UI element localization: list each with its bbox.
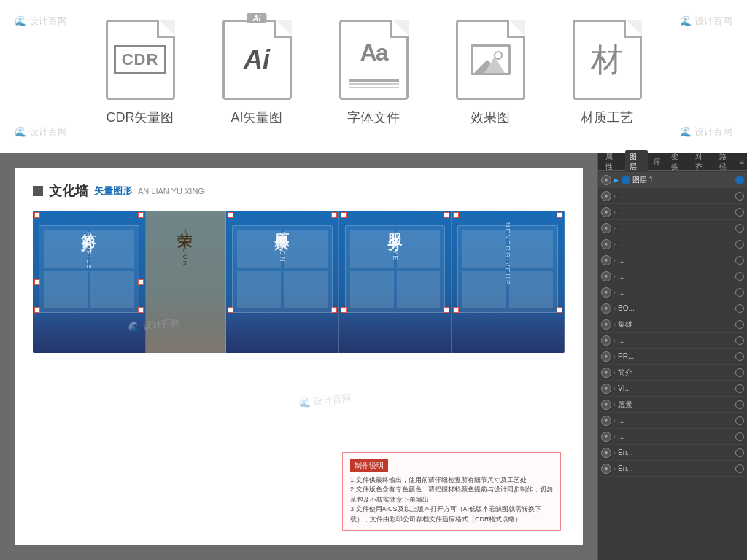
layer-item-11[interactable]: ● › PR...	[598, 349, 747, 365]
building-silhouette-4	[339, 316, 452, 353]
layer-name-13: VI...	[618, 384, 733, 392]
layer-arrow-7: ›	[614, 289, 616, 296]
layer-arrow-14: ›	[614, 401, 616, 408]
cdr-symbol: CDR	[114, 45, 167, 74]
font-line-1	[349, 83, 399, 85]
mountain-right	[484, 57, 505, 73]
panel-cn-2: 荣	[176, 222, 196, 225]
file-icon-ai: Ai Ai AI矢量图	[209, 20, 304, 126]
layer-item-15[interactable]: ● › ...	[598, 413, 747, 429]
material-label: 材质工艺	[581, 109, 633, 126]
panel-tabs: 属性 图层 库 变换 对齐 路径 ≡	[598, 153, 747, 171]
panel-cell-5d	[509, 271, 553, 308]
layer-item-10[interactable]: ● › ...	[598, 332, 747, 349]
ai-label: AI矢量图	[231, 109, 282, 126]
layer-name-17: En...	[618, 448, 733, 456]
layer-eye-6[interactable]: ●	[601, 271, 611, 281]
panel-inner-1	[39, 225, 139, 313]
layer-circle-17	[735, 448, 744, 457]
canvas-area: 文化墙 矢量图形 AN LIAN YU XING 简介 PROFILE	[0, 153, 597, 560]
layer-item-16[interactable]: ● › ...	[598, 429, 747, 445]
handle-tl-4	[341, 212, 347, 218]
info-line-1: 1.文件供最终输出，使用前请仔细检查所有细节尺寸及工艺处	[350, 475, 553, 486]
layer-name-8: BO...	[618, 304, 733, 312]
layer-circle-18	[735, 464, 744, 473]
layer-item-14[interactable]: ● › 愿景	[598, 397, 747, 413]
tab-align[interactable]: 对齐	[691, 150, 713, 174]
layer-eye-1[interactable]: ●	[601, 191, 611, 201]
mountain-container	[473, 57, 508, 73]
layer-eye-3[interactable]: ●	[601, 223, 611, 233]
layer-item-main[interactable]: ● ▶ 图层 1	[598, 172, 747, 188]
tab-library[interactable]: 库	[649, 155, 665, 168]
layer-item-9[interactable]: ● › 集雄	[598, 316, 747, 332]
layer-item-3[interactable]: ● › ...	[598, 220, 747, 236]
layer-item-2[interactable]: ● › ...	[598, 204, 747, 220]
layer-item-8[interactable]: ● › BO...	[598, 300, 747, 316]
layer-item-7[interactable]: ● › ...	[598, 284, 747, 300]
layer-eye-7[interactable]: ●	[601, 287, 611, 298]
layer-main-content: 图层 1	[622, 175, 733, 185]
file-icon-font: Aa 字体文件	[326, 20, 421, 126]
layer-item-4[interactable]: ● › ...	[598, 236, 747, 252]
info-box-title: 制作说明	[350, 459, 388, 472]
layer-item-12[interactable]: ● › 简介	[598, 365, 747, 381]
panel-cell-3c	[237, 271, 281, 308]
tab-path[interactable]: 路径	[715, 150, 738, 174]
panel-inner-5	[457, 225, 558, 313]
canvas-paper: 文化墙 矢量图形 AN LIAN YU XING 简介 PROFILE	[15, 168, 583, 545]
canvas-title-row: 文化墙 矢量图形 AN LIAN YU XING	[33, 182, 565, 200]
panel-en-2: HONOUR	[182, 229, 189, 267]
layer-name-4: ...	[618, 240, 733, 248]
layer-item-5[interactable]: ● › ...	[598, 252, 747, 268]
layer-eye-4[interactable]: ●	[601, 239, 611, 249]
top-section: CDR CDR矢量图 Ai Ai AI矢量图 Aa	[0, 0, 747, 153]
font-label: 字体文件	[347, 109, 400, 126]
layer-eye-13[interactable]: ●	[601, 384, 611, 394]
image-label: 效果图	[471, 109, 510, 126]
layer-item-1[interactable]: ● › ...	[598, 188, 747, 204]
layer-eye-14[interactable]: ●	[601, 400, 611, 410]
layer-eye-17[interactable]: ●	[601, 448, 611, 458]
layer-item-17[interactable]: ● › En...	[598, 445, 747, 461]
ai-symbol: Ai	[244, 44, 270, 75]
layer-circle-9	[735, 320, 744, 329]
panel-menu-icon[interactable]: ≡	[739, 157, 744, 167]
layer-eye-5[interactable]: ●	[601, 255, 611, 265]
panel-grid-1	[44, 230, 134, 308]
canvas-watermark-2: 🌊 设计百网	[298, 392, 352, 410]
layer-eye-main[interactable]: ●	[601, 175, 611, 185]
layer-circle-14	[735, 400, 744, 409]
layer-eye-9[interactable]: ●	[601, 319, 611, 330]
layer-item-6[interactable]: ● › ...	[598, 268, 747, 284]
layer-name-2: ...	[618, 208, 733, 216]
layer-eye-15[interactable]: ●	[601, 416, 611, 426]
layer-circle-4	[735, 240, 744, 249]
bottom-section: 文化墙 矢量图形 AN LIAN YU XING 简介 PROFILE	[0, 153, 747, 560]
building-silhouette-5	[452, 316, 564, 353]
layer-circle-7	[735, 288, 744, 297]
handle-tl-5	[453, 212, 459, 218]
layer-arrow-1: ›	[614, 192, 616, 200]
panel-cell-4a	[350, 230, 394, 268]
tab-transform[interactable]: 变换	[667, 150, 689, 174]
tab-layers[interactable]: 图层	[625, 150, 648, 174]
layer-name-5: ...	[618, 256, 733, 264]
handle-tr-3	[331, 212, 337, 218]
layer-eye-16[interactable]: ●	[601, 432, 611, 442]
layers-list: ● ▶ 图层 1 ● › ... ● › ...	[598, 171, 747, 560]
layer-eye-10[interactable]: ●	[601, 335, 611, 346]
layer-eye-8[interactable]: ●	[601, 303, 611, 314]
layer-item-18[interactable]: ● › En...	[598, 461, 747, 477]
tab-properties[interactable]: 属性	[601, 150, 624, 174]
layer-arrow-10: ›	[614, 337, 616, 344]
layer-name-15: ...	[618, 416, 733, 424]
layer-item-13[interactable]: ● › VI...	[598, 381, 747, 397]
panel-cell-5c	[462, 271, 506, 308]
canvas-title-sub-text: AN LIAN YU XING	[138, 187, 204, 195]
layer-eye-11[interactable]: ●	[601, 351, 611, 362]
layer-eye-18[interactable]: ●	[601, 464, 611, 474]
layer-eye-2[interactable]: ●	[601, 207, 611, 217]
panel-cell-5a	[462, 230, 506, 268]
layer-eye-12[interactable]: ●	[601, 368, 611, 378]
